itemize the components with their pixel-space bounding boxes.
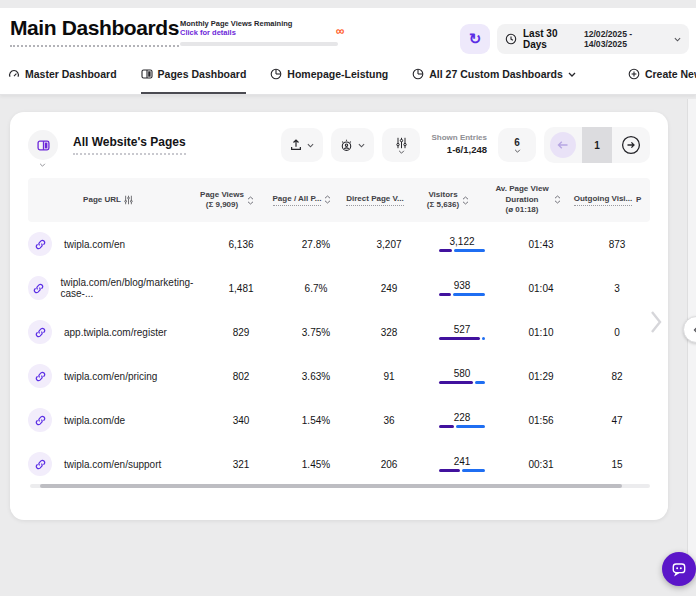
- link-icon[interactable]: [28, 408, 52, 432]
- tab-pages-dashboard[interactable]: Pages Dashboard: [141, 56, 247, 94]
- link-icon[interactable]: [28, 364, 52, 388]
- refresh-button[interactable]: ↻: [460, 24, 490, 54]
- chevron-down-icon: [514, 149, 521, 153]
- create-new-dashboard-button[interactable]: Create New Dashboard (BETA): [628, 56, 696, 94]
- column-filter-icon[interactable]: [124, 195, 133, 205]
- page-url[interactable]: twipla.com/de: [64, 415, 125, 426]
- export-button[interactable]: [281, 128, 323, 162]
- user-alarm-icon: [340, 139, 353, 152]
- page-share-value: 1.54%: [280, 415, 352, 426]
- column-header-duration[interactable]: Av. Page View Duration (ø 01:18): [484, 184, 570, 215]
- table-row: twipla.com/de 340 1.54% 36 228 01:56 47: [28, 398, 650, 442]
- page-views-value: 321: [202, 459, 280, 470]
- tab-label: Homepage-Leistung: [287, 68, 388, 80]
- alerts-button[interactable]: [331, 128, 374, 162]
- duration-value: 01:29: [498, 371, 584, 382]
- table-body: twipla.com/en 6,136 27.8% 3,207 3,122 01…: [10, 222, 668, 486]
- page-views-value: 829: [202, 327, 280, 338]
- columns-icon: [37, 139, 50, 152]
- duration-value: 01:04: [498, 283, 584, 294]
- outgoing-value: 873: [584, 239, 650, 250]
- column-header-page-share[interactable]: Page / All P...: [266, 194, 338, 206]
- page-share-value: 27.8%: [280, 239, 352, 250]
- sort-icon[interactable]: [554, 195, 561, 204]
- chat-support-button[interactable]: [662, 552, 696, 586]
- horizontal-scrollbar-thumb[interactable]: [40, 484, 622, 488]
- column-header-page-url[interactable]: Page URL: [28, 195, 188, 205]
- chevron-down-icon: [568, 72, 576, 77]
- pie-chart-icon: [270, 68, 282, 80]
- visitors-cell: 580: [426, 368, 498, 384]
- visitors-bar: [439, 469, 485, 472]
- widget-type-button[interactable]: [28, 130, 58, 160]
- quota-title: Monthly Page Views Remaining: [180, 19, 338, 28]
- page-url[interactable]: app.twipla.com/register: [64, 327, 167, 338]
- table-row: twipla.com/en/blog/marketing-case-... 1,…: [28, 266, 650, 310]
- dashboard-tabs: Master Dashboard Pages Dashboard Homepag…: [0, 56, 696, 95]
- widget-header: All Website's Pages: [10, 112, 668, 174]
- visitors-cell: 938: [426, 280, 498, 296]
- column-label: P: [636, 195, 641, 205]
- duration-value: 00:31: [498, 459, 584, 470]
- chevron-down-icon: [358, 143, 365, 148]
- scroll-right-hint-icon[interactable]: [648, 308, 664, 336]
- pagination: 1: [544, 127, 650, 163]
- link-icon[interactable]: [28, 452, 52, 476]
- column-sum: (Σ 5,636): [427, 200, 459, 210]
- column-header-direct-views[interactable]: Direct Page V...: [338, 194, 412, 206]
- chevron-down-icon: [674, 37, 681, 42]
- date-range-label: Last 30 Days: [523, 28, 578, 50]
- column-header-page-views[interactable]: Page Views (Σ 9,909): [188, 190, 266, 211]
- tab-label: All 27 Custom Dashboards: [429, 68, 563, 80]
- outgoing-value: 15: [584, 459, 650, 470]
- page-share-value: 1.45%: [280, 459, 352, 470]
- outgoing-value: 47: [584, 415, 650, 426]
- page-views-value: 340: [202, 415, 280, 426]
- quota-details-link[interactable]: Click for details: [180, 28, 338, 37]
- collapse-panel-button[interactable]: [683, 316, 696, 343]
- table-row: twipla.com/en/support 321 1.45% 206 241 …: [28, 442, 650, 486]
- sort-icon[interactable]: [324, 195, 331, 204]
- visitors-value: 580: [454, 368, 471, 379]
- column-header-cutoff: P: [636, 195, 650, 205]
- arrow-right-circle-icon: [621, 135, 641, 155]
- column-header-visitors[interactable]: Visitors (Σ 5,636): [412, 190, 484, 211]
- tab-label: Pages Dashboard: [158, 68, 247, 80]
- tab-homepage-leistung[interactable]: Homepage-Leistung: [270, 56, 388, 94]
- link-icon[interactable]: [28, 320, 52, 344]
- visitors-cell: 241: [426, 456, 498, 472]
- page-size-select[interactable]: 6: [498, 128, 536, 162]
- visitors-bar: [439, 381, 485, 384]
- page-url[interactable]: twipla.com/en: [64, 239, 125, 250]
- tab-master-dashboard[interactable]: Master Dashboard: [8, 56, 117, 94]
- all-pages-widget: All Website's Pages: [10, 112, 668, 520]
- visitors-cell: 228: [426, 412, 498, 428]
- arrow-left-icon: [550, 132, 576, 158]
- export-icon: [290, 139, 302, 151]
- column-label: Outgoing Visi...: [574, 194, 633, 206]
- chevron-down-icon: [39, 163, 46, 167]
- horizontal-scrollbar[interactable]: [30, 484, 650, 488]
- column-label: Av. Page View Duration: [493, 184, 551, 205]
- visitors-bar: [439, 293, 485, 296]
- sort-icon[interactable]: [462, 196, 469, 205]
- page-url[interactable]: twipla.com/en/pricing: [64, 371, 157, 382]
- widget-toolbar: Shown Entries 1-6/1,248 6 1: [281, 127, 650, 163]
- widget-title[interactable]: All Website's Pages: [73, 135, 186, 155]
- direct-views-value: 328: [352, 327, 426, 338]
- filter-button[interactable]: [382, 128, 420, 162]
- next-page-button[interactable]: [612, 127, 650, 163]
- sort-icon[interactable]: [247, 196, 254, 205]
- page-url[interactable]: twipla.com/en/support: [64, 459, 161, 470]
- page-url[interactable]: twipla.com/en/blog/marketing-case-...: [61, 277, 203, 299]
- current-page-indicator[interactable]: 1: [582, 127, 612, 163]
- link-icon[interactable]: [28, 276, 49, 300]
- link-icon[interactable]: [28, 232, 52, 256]
- direct-views-value: 249: [352, 283, 426, 294]
- chevron-down-icon: [398, 150, 405, 154]
- sliders-icon: [396, 137, 407, 149]
- date-range-picker[interactable]: Last 30 Days 12/02/2025 - 14/03/2025: [497, 24, 689, 54]
- previous-page-button[interactable]: [544, 127, 582, 163]
- column-header-outgoing[interactable]: Outgoing Visi...: [570, 194, 636, 206]
- tab-all-custom-dashboards[interactable]: All 27 Custom Dashboards: [412, 56, 576, 94]
